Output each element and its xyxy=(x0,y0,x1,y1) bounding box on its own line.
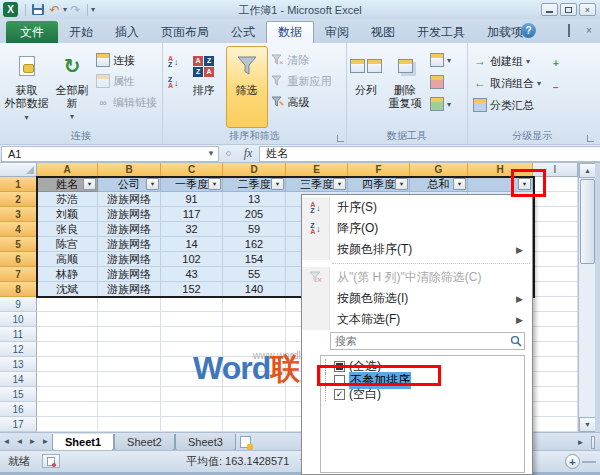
remove-duplicates-button[interactable]: 删除 重复项 xyxy=(383,46,427,128)
dialog-launcher-icon[interactable] xyxy=(587,135,594,142)
formula-input[interactable]: 姓名 xyxy=(259,146,600,162)
search-icon[interactable] xyxy=(508,335,524,347)
undo-button[interactable]: ↶ xyxy=(46,2,63,17)
filter-dropdown-icon[interactable]: ▼ xyxy=(146,178,159,190)
menu-item-sort-by-color[interactable]: 按颜色排序(T) ▶ xyxy=(302,239,532,260)
cell[interactable] xyxy=(37,357,98,372)
properties-button[interactable]: 属性 xyxy=(93,72,160,90)
cell[interactable] xyxy=(98,297,161,312)
menu-item-sort-ascending[interactable]: AZ↓ 升序(S) xyxy=(302,197,532,218)
scroll-down-icon[interactable]: ▼ xyxy=(579,417,596,432)
workbook-close-button[interactable]: × xyxy=(582,25,596,36)
zoom-in-button[interactable]: + xyxy=(565,454,580,469)
cell[interactable] xyxy=(161,402,223,417)
cell-b1[interactable]: 公司▼ xyxy=(98,177,161,192)
cell[interactable] xyxy=(533,312,578,327)
insert-function-icon[interactable]: fx xyxy=(237,146,259,161)
cell[interactable]: 55 xyxy=(223,267,286,282)
next-sheet-icon[interactable]: ► xyxy=(26,435,39,449)
cell[interactable] xyxy=(98,357,161,372)
cell[interactable] xyxy=(223,402,286,417)
cell[interactable]: 游族网络 xyxy=(98,252,161,267)
data-validation-button[interactable]: ▾ xyxy=(427,51,454,69)
row-header[interactable]: 10 xyxy=(0,312,37,327)
tab-home[interactable]: 开始 xyxy=(58,21,104,43)
column-header-b[interactable]: B xyxy=(98,163,161,177)
menu-item-sort-descending[interactable]: ZA↓ 降序(O) xyxy=(302,218,532,239)
scrollbar-thumb[interactable] xyxy=(580,179,595,264)
sort-button[interactable]: AZ ZA 排序 xyxy=(182,46,226,128)
cell[interactable] xyxy=(98,327,161,342)
cell[interactable]: 162 xyxy=(223,237,286,252)
cell[interactable] xyxy=(533,252,578,267)
refresh-all-button[interactable]: ↻ 全部刷新 ▾ xyxy=(51,46,93,128)
cell[interactable] xyxy=(161,327,223,342)
row-header[interactable]: 4 xyxy=(0,222,37,237)
cell[interactable]: 102 xyxy=(161,252,223,267)
filter-button-ribbon[interactable]: 筛选 xyxy=(226,46,268,128)
cell[interactable]: 游族网络 xyxy=(98,237,161,252)
ungroup-button[interactable]: ←取消组合▾ xyxy=(470,74,544,92)
cell[interactable]: 32 xyxy=(161,222,223,237)
filter-item-blank[interactable]: ✓ (空白) xyxy=(321,387,524,401)
reapply-button[interactable]: 重新应用 xyxy=(268,72,335,90)
row-header[interactable]: 16 xyxy=(0,402,37,417)
cell[interactable]: 117 xyxy=(161,207,223,222)
menu-item-filter-by-color[interactable]: 按颜色筛选(I) ▶ xyxy=(302,288,532,309)
scroll-up-icon[interactable]: ▲ xyxy=(579,163,596,178)
tab-insert[interactable]: 插入 xyxy=(104,21,150,43)
cell[interactable] xyxy=(223,327,286,342)
row-header[interactable]: 8 xyxy=(0,282,37,297)
cell[interactable] xyxy=(533,237,578,252)
cell[interactable]: 205 xyxy=(223,207,286,222)
cell[interactable]: 游族网络 xyxy=(98,207,161,222)
cell[interactable] xyxy=(98,312,161,327)
cell[interactable] xyxy=(223,312,286,327)
insert-worksheet-button[interactable] xyxy=(236,434,256,449)
row-header[interactable]: 7 xyxy=(0,267,37,282)
select-all-corner[interactable] xyxy=(0,163,37,177)
cell[interactable]: 高顺 xyxy=(37,252,98,267)
cell[interactable]: 游族网络 xyxy=(98,282,161,297)
minimize-button[interactable] xyxy=(541,3,558,16)
row-header[interactable]: 15 xyxy=(0,387,37,402)
row-header[interactable]: 1 xyxy=(0,177,37,192)
name-box[interactable]: A1 ▼ xyxy=(1,146,219,162)
row-header[interactable]: 13 xyxy=(0,357,37,372)
cell[interactable] xyxy=(533,282,578,297)
cell[interactable] xyxy=(533,177,578,192)
filter-dropdown-icon[interactable]: ▼ xyxy=(333,178,346,190)
cell[interactable] xyxy=(37,417,98,432)
cell[interactable] xyxy=(533,297,578,312)
cell[interactable] xyxy=(533,192,578,207)
cell[interactable]: 13 xyxy=(223,192,286,207)
row-header[interactable]: 12 xyxy=(0,342,37,357)
last-sheet-icon[interactable]: ► xyxy=(39,435,52,449)
sheet-tab-sheet3[interactable]: Sheet3 xyxy=(175,434,236,451)
filter-dropdown-icon-h[interactable]: ▼ xyxy=(518,178,531,190)
cell-c1[interactable]: 一季度▼ xyxy=(161,177,223,192)
cell[interactable] xyxy=(98,387,161,402)
cell[interactable]: 91 xyxy=(161,192,223,207)
cell[interactable] xyxy=(533,207,578,222)
menu-item-clear-filter[interactable]: × 从"(第 H 列)"中清除筛选(C) xyxy=(302,267,532,288)
checkbox-checked-icon[interactable]: ✓ xyxy=(334,389,345,400)
help-icon[interactable]: ? xyxy=(521,23,536,38)
hide-detail-button[interactable]: − xyxy=(546,78,566,96)
column-header-f[interactable]: F xyxy=(348,163,410,177)
tab-page-layout[interactable]: 页面布局 xyxy=(150,21,220,43)
column-header-c[interactable]: C xyxy=(161,163,223,177)
cell[interactable]: 苏浩 xyxy=(37,192,98,207)
cell[interactable]: 14 xyxy=(161,237,223,252)
cell[interactable] xyxy=(37,372,98,387)
customize-qat-icon[interactable]: ▾ xyxy=(91,5,95,14)
cell[interactable] xyxy=(533,357,578,372)
cell[interactable]: 游族网络 xyxy=(98,222,161,237)
sort-descending-button[interactable]: ZA↓ xyxy=(165,75,182,91)
create-group-button[interactable]: →创建组▾ xyxy=(470,52,544,70)
cell[interactable] xyxy=(533,327,578,342)
cell[interactable]: 140 xyxy=(223,282,286,297)
row-header[interactable]: 3 xyxy=(0,207,37,222)
checkbox-indeterminate-icon[interactable] xyxy=(334,361,345,372)
text-to-columns-button[interactable]: 分列 xyxy=(349,46,383,128)
